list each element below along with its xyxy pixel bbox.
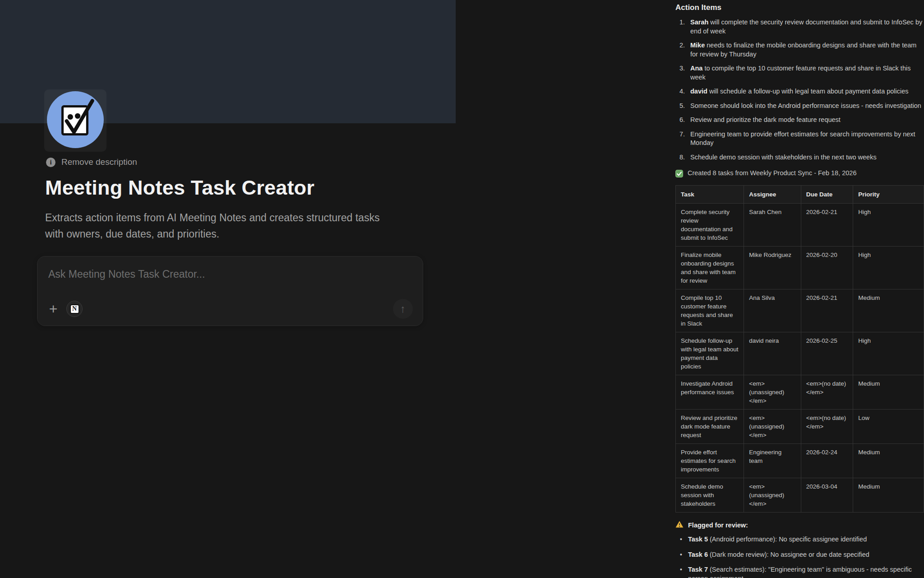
flagged-item: • Task 6 (Dark mode review): No assignee…: [675, 550, 924, 559]
task-cell: Schedule demo session with stakeholders: [676, 478, 744, 513]
flagged-item: • Task 5 (Android performance): No speci…: [675, 535, 924, 544]
action-item-number: 8.: [675, 153, 685, 162]
task-cell: Finalize mobile onboarding designs and s…: [676, 247, 744, 289]
due-date-cell: 2026-03-04: [801, 478, 853, 513]
action-item-rest: needs to finalize the mobile onboarding …: [690, 42, 916, 58]
action-item-owner: Sarah: [690, 19, 708, 26]
action-item-number: 7.: [675, 130, 685, 148]
action-item-text: Engineering team to provide effort estim…: [690, 130, 924, 148]
send-button[interactable]: ↑: [393, 299, 413, 319]
action-item: 3. Ana to compile the top 10 customer fe…: [675, 64, 924, 82]
notion-source-button[interactable]: N: [66, 301, 83, 317]
action-item-owner: Mike: [690, 42, 705, 49]
tasks-table-body: Complete security review documentation a…: [676, 204, 924, 513]
prompt-input[interactable]: Ask Meeting Notes Task Creator...: [48, 268, 205, 280]
page-icon-button[interactable]: [44, 89, 106, 152]
page-description[interactable]: Extracts action items from AI Meeting No…: [45, 210, 397, 242]
notion-icon: N: [70, 304, 79, 314]
info-icon: i: [46, 158, 55, 167]
arrow-up-icon: ↑: [400, 303, 406, 314]
due-date-cell: 2026-02-20: [801, 247, 853, 289]
action-item-owner: david: [690, 88, 707, 95]
task-cell: Investigate Android performance issues: [676, 375, 744, 410]
due-date-cell: <em>(no date) </em>: [801, 410, 853, 444]
action-item-number: 4.: [675, 87, 685, 96]
tasks-table-header-cell: Due Date: [801, 186, 853, 204]
flagged-heading-text: Flagged for review:: [688, 522, 748, 529]
task-cell: Complete security review documentation a…: [676, 204, 744, 247]
priority-cell: High: [853, 204, 924, 247]
bullet-icon: •: [680, 535, 682, 544]
assignee-cell: Engineering team: [744, 444, 801, 478]
assignee-cell: <em>(unassigned) </em>: [744, 478, 801, 513]
action-item: 5. Someone should look into the Android …: [675, 102, 924, 111]
priority-cell: High: [853, 332, 924, 375]
table-row: Schedule demo session with stakeholders …: [676, 478, 924, 513]
action-item: 6. Review and prioritize the dark mode f…: [675, 116, 924, 125]
assignee-cell: Ana Silva: [744, 289, 801, 332]
action-item-rest: Engineering team to provide effort estim…: [690, 131, 915, 147]
due-date-cell: 2026-02-21: [801, 289, 853, 332]
action-item-rest: Someone should look into the Android per…: [690, 102, 921, 109]
action-item-number: 3.: [675, 64, 685, 82]
flagged-item-rest: (Dark mode review): No assignee or due d…: [708, 551, 869, 558]
action-item-number: 1.: [675, 18, 685, 36]
remove-description-button[interactable]: i Remove description: [46, 157, 137, 167]
tasks-table-header-row: TaskAssigneeDue DatePriority: [676, 186, 924, 204]
flagged-item-text: Task 6 (Dark mode review): No assignee o…: [688, 550, 869, 559]
check-mark-icon: [675, 170, 683, 179]
action-item-text: david will schedule a follow-up with leg…: [690, 87, 909, 96]
remove-description-label: Remove description: [61, 157, 137, 167]
flagged-item-task: Task 5: [688, 536, 708, 543]
table-row: Finalize mobile onboarding designs and s…: [676, 247, 924, 289]
action-item-rest: Review and prioritize the dark mode feat…: [690, 116, 841, 123]
action-item: 2. Mike needs to finalize the mobile onb…: [675, 41, 924, 59]
task-cell: Review and prioritize dark mode feature …: [676, 410, 744, 444]
action-item-rest: will complete the security review docume…: [690, 19, 922, 35]
priority-cell: Low: [853, 410, 924, 444]
creation-status-text: Created 8 tasks from Weekly Product Sync…: [688, 169, 857, 177]
table-row: Schedule follow-up with legal team about…: [676, 332, 924, 375]
task-cell: Compile top 10 customer feature requests…: [676, 289, 744, 332]
table-row: Investigate Android performance issues <…: [676, 375, 924, 410]
page-title[interactable]: Meeting Notes Task Creator: [45, 176, 314, 200]
action-item-text: Ana to compile the top 10 customer featu…: [690, 64, 924, 82]
priority-cell: Medium: [853, 444, 924, 478]
action-item-rest: to compile the top 10 customer feature r…: [690, 65, 910, 81]
action-item: 8. Schedule demo session with stakeholde…: [675, 153, 924, 162]
flagged-item-task: Task 7: [688, 566, 708, 573]
tasks-table-header-cell: Assignee: [744, 186, 801, 204]
flagged-item: • Task 7 (Search estimates): "Engineerin…: [675, 565, 924, 578]
assignee-cell: Mike Rodriguez: [744, 247, 801, 289]
table-row: Compile top 10 customer feature requests…: [676, 289, 924, 332]
action-item-number: 5.: [675, 102, 685, 111]
priority-cell: Medium: [853, 375, 924, 410]
action-items-list: 1. Sarah will complete the security revi…: [675, 18, 924, 162]
action-item: 7. Engineering team to provide effort es…: [675, 130, 924, 148]
action-items-heading: Action Items: [675, 3, 924, 12]
warning-icon: [675, 521, 684, 529]
action-item-text: Someone should look into the Android per…: [690, 102, 921, 111]
action-item: 4. david will schedule a follow-up with …: [675, 87, 924, 96]
creation-status-row: Created 8 tasks from Weekly Product Sync…: [675, 169, 924, 179]
assignee-cell: <em>(unassigned) </em>: [744, 375, 801, 410]
assignee-cell: <em>(unassigned) </em>: [744, 410, 801, 444]
tasks-table-header-cell: Task: [676, 186, 744, 204]
flagged-item-text: Task 7 (Search estimates): "Engineering …: [688, 565, 924, 578]
table-row: Review and prioritize dark mode feature …: [676, 410, 924, 444]
assignee-cell: Sarah Chen: [744, 204, 801, 247]
due-date-cell: 2026-02-24: [801, 444, 853, 478]
prompt-toolbar: + N ↑: [37, 298, 423, 319]
action-item-text: Mike needs to finalize the mobile onboar…: [690, 41, 924, 59]
task-cell: Provide effort estimates for search impr…: [676, 444, 744, 478]
flagged-item-rest: (Android performance): No specific assig…: [708, 536, 867, 543]
attach-plus-icon[interactable]: +: [47, 302, 59, 316]
action-item-rest: Schedule demo session with stakeholders …: [690, 154, 877, 161]
action-item-text: Sarah will complete the security review …: [690, 18, 924, 36]
ballot-box-check-icon: [46, 90, 105, 151]
action-item-number: 2.: [675, 41, 685, 59]
agent-prompt-card: Ask Meeting Notes Task Creator... + N ↑: [37, 256, 423, 326]
action-item-owner: Ana: [690, 65, 702, 72]
priority-cell: Medium: [853, 478, 924, 513]
priority-cell: High: [853, 247, 924, 289]
